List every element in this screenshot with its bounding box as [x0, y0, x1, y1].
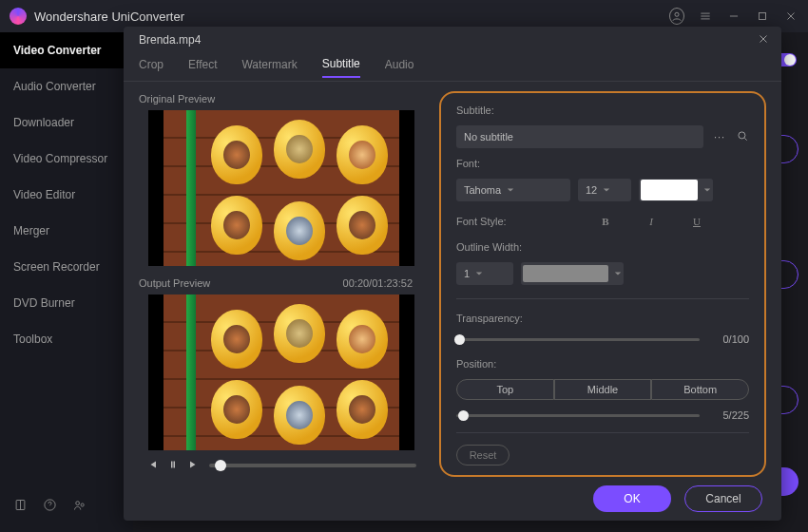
maximize-icon[interactable] — [755, 9, 770, 24]
guide-icon[interactable] — [13, 498, 28, 515]
outline-color-select[interactable] — [521, 262, 624, 285]
sidebar-item-audio-converter[interactable]: Audio Converter — [0, 68, 133, 104]
sidebar-item-toolbox[interactable]: Toolbox — [0, 321, 133, 357]
transparency-slider[interactable] — [456, 338, 700, 341]
sidebar-item-video-compressor[interactable]: Video Compressor — [0, 141, 133, 177]
original-preview — [148, 110, 414, 266]
chevron-down-icon — [603, 184, 610, 196]
sidebar-item-label: Audio Converter — [13, 80, 96, 93]
ok-button[interactable]: OK — [593, 485, 671, 512]
time-display: 00:20/01:23:52 — [343, 277, 424, 289]
font-name-select[interactable]: Tahoma — [456, 179, 570, 201]
community-icon[interactable] — [72, 498, 87, 515]
output-preview — [148, 294, 414, 450]
subtitle-input[interactable] — [456, 125, 703, 148]
help-icon[interactable] — [43, 498, 57, 515]
subtitle-dialog: Brenda.mp4 Crop Effect Watermark Subtitl… — [124, 27, 781, 521]
app-logo — [10, 8, 27, 25]
browse-subtitle-icon[interactable]: ··· — [711, 131, 728, 142]
tab-effect[interactable]: Effect — [188, 58, 217, 77]
font-color-select[interactable] — [639, 179, 713, 201]
chevron-down-icon — [475, 268, 483, 279]
pause-icon[interactable] — [167, 459, 179, 473]
sidebar-item-downloader[interactable]: Downloader — [0, 104, 133, 141]
font-style-label: Font Style: — [456, 216, 507, 227]
search-subtitle-icon[interactable] — [736, 129, 749, 144]
close-icon[interactable] — [757, 32, 770, 48]
transparency-label: Transparency: — [456, 313, 749, 324]
next-frame-icon[interactable] — [188, 459, 200, 473]
sidebar-item-video-editor[interactable]: Video Editor — [0, 177, 133, 213]
preview-column: Original Preview Output Preview 00:20/01… — [139, 91, 424, 477]
tab-crop[interactable]: Crop — [139, 58, 164, 77]
cancel-button[interactable]: Cancel — [684, 485, 762, 512]
tab-watermark[interactable]: Watermark — [241, 58, 297, 77]
position-label: Position: — [456, 358, 749, 370]
font-color-swatch — [641, 180, 698, 200]
sidebar: Video Converter Audio Converter Download… — [0, 32, 133, 532]
chevron-down-icon — [614, 268, 622, 279]
minimize-icon[interactable] — [726, 9, 741, 24]
prev-frame-icon[interactable] — [146, 459, 158, 473]
sidebar-item-label: Merger — [13, 224, 49, 238]
svg-point-6 — [739, 132, 745, 139]
original-preview-label: Original Preview — [139, 93, 215, 104]
seek-bar[interactable] — [209, 464, 416, 467]
svg-rect-1 — [760, 13, 766, 20]
sidebar-item-dvd-burner[interactable]: DVD Burner — [0, 285, 133, 321]
sidebar-item-label: Video Editor — [13, 188, 75, 201]
close-window-icon[interactable] — [783, 9, 798, 24]
sidebar-item-label: Video Compressor — [13, 152, 107, 165]
svg-point-0 — [675, 12, 679, 16]
svg-point-5 — [81, 504, 84, 506]
bold-button[interactable]: B — [593, 211, 618, 232]
sidebar-item-label: Screen Recorder — [13, 260, 100, 274]
dialog-footer: OK Cancel — [124, 477, 781, 521]
position-value: 5/225 — [707, 409, 749, 421]
position-top[interactable]: Top — [456, 379, 554, 400]
outline-color-swatch — [523, 265, 608, 282]
dialog-tabs: Crop Effect Watermark Subtitle Audio — [124, 53, 781, 82]
position-slider[interactable] — [456, 414, 700, 417]
account-icon[interactable] — [669, 9, 684, 24]
svg-point-4 — [76, 502, 80, 505]
transparency-value: 0/100 — [707, 333, 749, 345]
outline-width-label: Outline Width: — [456, 241, 749, 253]
sidebar-item-label: Toolbox — [13, 332, 52, 346]
sidebar-item-video-converter[interactable]: Video Converter — [0, 32, 133, 68]
font-label: Font: — [456, 158, 749, 169]
underline-button[interactable]: U — [684, 211, 709, 232]
position-bottom[interactable]: Bottom — [651, 379, 749, 400]
output-preview-label: Output Preview — [139, 277, 210, 289]
sidebar-item-label: Downloader — [13, 116, 74, 129]
subtitle-label: Subtitle: — [456, 104, 749, 116]
app-title: Wondershare UniConverter — [34, 10, 669, 24]
dialog-filename: Brenda.mp4 — [139, 33, 757, 47]
sidebar-item-screen-recorder[interactable]: Screen Recorder — [0, 249, 133, 285]
reset-button[interactable]: Reset — [456, 445, 510, 466]
sidebar-item-label: DVD Burner — [13, 296, 75, 310]
position-middle[interactable]: Middle — [554, 379, 652, 400]
tab-subtitle[interactable]: Subtitle — [322, 57, 360, 78]
tab-audio[interactable]: Audio — [385, 58, 414, 77]
position-segment: Top Middle Bottom — [456, 379, 749, 400]
chevron-down-icon — [507, 184, 514, 196]
chevron-down-icon — [703, 184, 711, 196]
subtitle-form: Subtitle: ··· Font: Tahoma 12 — [439, 91, 766, 477]
italic-button[interactable]: I — [639, 211, 664, 232]
sidebar-item-label: Video Converter — [13, 44, 101, 57]
outline-width-select[interactable]: 1 — [456, 262, 513, 285]
menu-icon[interactable] — [698, 9, 713, 24]
font-size-select[interactable]: 12 — [578, 179, 631, 201]
player-controls — [139, 450, 424, 477]
sidebar-item-merger[interactable]: Merger — [0, 213, 133, 249]
